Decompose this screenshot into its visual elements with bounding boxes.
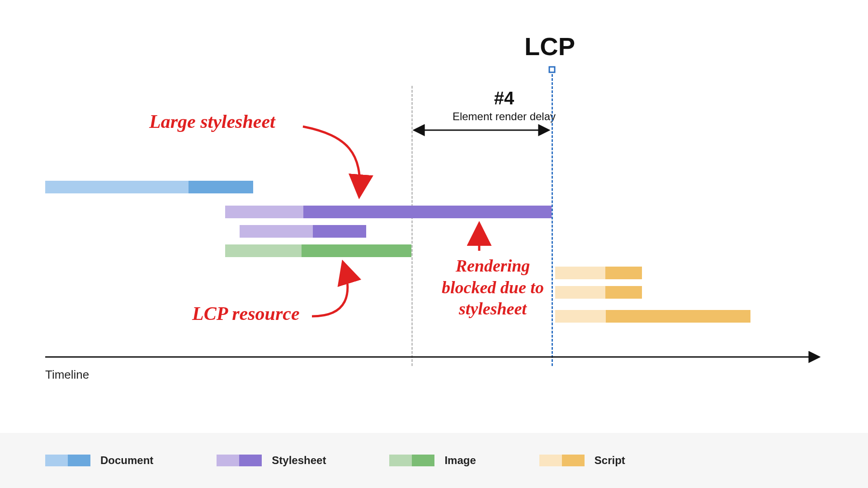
lcp-marker-handle bbox=[549, 67, 555, 72]
legend-label-document: Document bbox=[100, 454, 153, 467]
legend-script: Script bbox=[539, 454, 625, 467]
swatch-stylesheet bbox=[217, 455, 262, 466]
arrow-large-stylesheet bbox=[303, 127, 360, 194]
legend-label-image: Image bbox=[444, 454, 476, 467]
legend-image: Image bbox=[389, 454, 476, 467]
overlay-svg bbox=[0, 0, 868, 488]
legend-document: Document bbox=[45, 454, 153, 467]
diagram-canvas: LCP #4 Element render delay Large styles… bbox=[0, 0, 868, 488]
legend-stylesheet: Stylesheet bbox=[217, 454, 326, 467]
swatch-image bbox=[389, 455, 434, 466]
swatch-script bbox=[539, 455, 585, 466]
legend-label-stylesheet: Stylesheet bbox=[272, 454, 326, 467]
legend-label-script: Script bbox=[594, 454, 625, 467]
legend: Document Stylesheet Image Script bbox=[0, 433, 868, 488]
swatch-document bbox=[45, 455, 90, 466]
arrow-lcp-resource bbox=[312, 264, 348, 316]
